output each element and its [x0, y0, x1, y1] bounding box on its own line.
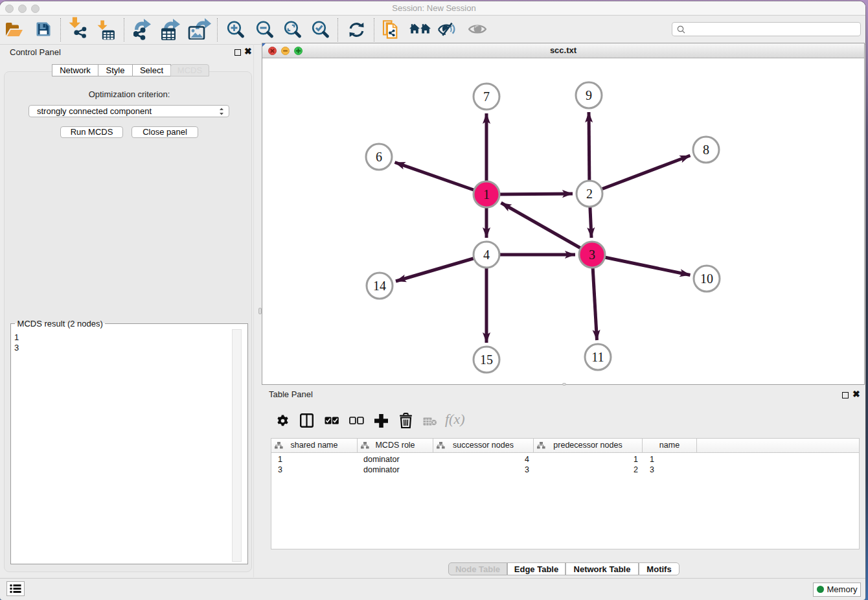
svg-text:11: 11	[591, 350, 604, 364]
svg-text:15: 15	[480, 352, 493, 367]
svg-text:9: 9	[586, 88, 592, 102]
svg-text:1: 1	[483, 187, 490, 202]
svg-text:4: 4	[483, 248, 490, 262]
svg-text:14: 14	[373, 279, 386, 293]
svg-text:2: 2	[586, 187, 593, 201]
svg-text:6: 6	[376, 150, 382, 164]
svg-text:10: 10	[700, 271, 713, 286]
svg-text:8: 8	[703, 143, 709, 157]
svg-text:7: 7	[483, 89, 490, 104]
svg-text:3: 3	[589, 248, 595, 262]
